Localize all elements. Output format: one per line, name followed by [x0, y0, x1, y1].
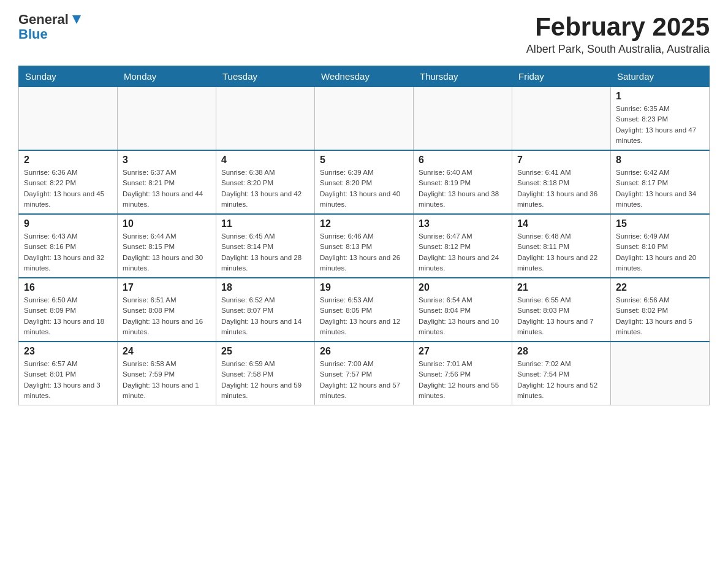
day-info: Sunrise: 6:45 AM Sunset: 8:14 PM Dayligh… [221, 231, 309, 274]
calendar-cell: 22Sunrise: 6:56 AM Sunset: 8:02 PM Dayli… [611, 278, 710, 342]
day-info: Sunrise: 6:56 AM Sunset: 8:02 PM Dayligh… [616, 295, 704, 337]
calendar-cell: 11Sunrise: 6:45 AM Sunset: 8:14 PM Dayli… [216, 214, 315, 278]
day-number: 11 [221, 218, 309, 229]
calendar-cell [315, 87, 414, 151]
day-number: 19 [320, 282, 408, 293]
day-info: Sunrise: 6:46 AM Sunset: 8:13 PM Dayligh… [320, 231, 408, 274]
day-number: 1 [616, 91, 704, 102]
day-info: Sunrise: 6:49 AM Sunset: 8:10 PM Dayligh… [616, 231, 704, 274]
calendar-cell: 10Sunrise: 6:44 AM Sunset: 8:15 PM Dayli… [118, 214, 216, 278]
calendar-cell [118, 87, 216, 151]
day-info: Sunrise: 6:58 AM Sunset: 7:59 PM Dayligh… [123, 359, 211, 401]
calendar-cell: 19Sunrise: 6:53 AM Sunset: 8:05 PM Dayli… [315, 278, 414, 342]
calendar-cell: 16Sunrise: 6:50 AM Sunset: 8:09 PM Dayli… [19, 278, 118, 342]
day-number: 17 [123, 282, 211, 293]
day-info: Sunrise: 6:36 AM Sunset: 8:22 PM Dayligh… [24, 167, 112, 210]
weekday-header-monday: Monday [118, 66, 216, 87]
calendar-cell: 20Sunrise: 6:54 AM Sunset: 8:04 PM Dayli… [414, 278, 512, 342]
day-info: Sunrise: 6:35 AM Sunset: 8:23 PM Dayligh… [616, 104, 704, 146]
day-number: 15 [616, 218, 704, 229]
calendar-cell: 25Sunrise: 6:59 AM Sunset: 7:58 PM Dayli… [216, 342, 315, 405]
svg-marker-0 [72, 15, 81, 24]
calendar-cell [512, 87, 611, 151]
calendar-cell: 23Sunrise: 6:57 AM Sunset: 8:01 PM Dayli… [19, 342, 118, 405]
calendar-cell [19, 87, 118, 151]
calendar-cell: 9Sunrise: 6:43 AM Sunset: 8:16 PM Daylig… [19, 214, 118, 278]
calendar-cell: 13Sunrise: 6:47 AM Sunset: 8:12 PM Dayli… [414, 214, 512, 278]
weekday-header-tuesday: Tuesday [216, 66, 315, 87]
day-number: 7 [517, 155, 605, 166]
day-info: Sunrise: 6:44 AM Sunset: 8:15 PM Dayligh… [123, 231, 211, 274]
calendar-cell: 3Sunrise: 6:37 AM Sunset: 8:21 PM Daylig… [118, 150, 216, 214]
calendar-cell: 6Sunrise: 6:40 AM Sunset: 8:19 PM Daylig… [414, 150, 512, 214]
day-info: Sunrise: 6:48 AM Sunset: 8:11 PM Dayligh… [517, 231, 605, 274]
day-info: Sunrise: 6:51 AM Sunset: 8:08 PM Dayligh… [123, 295, 211, 337]
day-number: 6 [419, 155, 507, 166]
calendar-cell: 15Sunrise: 6:49 AM Sunset: 8:10 PM Dayli… [611, 214, 710, 278]
calendar-week-row: 23Sunrise: 6:57 AM Sunset: 8:01 PM Dayli… [19, 342, 710, 405]
day-info: Sunrise: 6:41 AM Sunset: 8:18 PM Dayligh… [517, 167, 605, 210]
logo-blue: Blue [18, 27, 83, 42]
calendar-cell: 24Sunrise: 6:58 AM Sunset: 7:59 PM Dayli… [118, 342, 216, 405]
calendar-cell: 21Sunrise: 6:55 AM Sunset: 8:03 PM Dayli… [512, 278, 611, 342]
calendar-cell [414, 87, 512, 151]
calendar-cell: 27Sunrise: 7:01 AM Sunset: 7:56 PM Dayli… [414, 342, 512, 405]
page-header: General Blue February 2025 Albert Park, … [18, 12, 710, 56]
day-number: 8 [616, 155, 704, 166]
day-info: Sunrise: 6:39 AM Sunset: 8:20 PM Dayligh… [320, 167, 408, 210]
day-info: Sunrise: 6:42 AM Sunset: 8:17 PM Dayligh… [616, 167, 704, 210]
day-info: Sunrise: 7:00 AM Sunset: 7:57 PM Dayligh… [320, 359, 408, 401]
logo-triangle-icon [70, 13, 83, 26]
day-info: Sunrise: 6:54 AM Sunset: 8:04 PM Dayligh… [419, 295, 507, 337]
calendar-cell: 12Sunrise: 6:46 AM Sunset: 8:13 PM Dayli… [315, 214, 414, 278]
logo-general: General [18, 12, 69, 27]
calendar-week-row: 1Sunrise: 6:35 AM Sunset: 8:23 PM Daylig… [19, 87, 710, 151]
day-info: Sunrise: 6:57 AM Sunset: 8:01 PM Dayligh… [24, 359, 112, 401]
calendar-cell: 8Sunrise: 6:42 AM Sunset: 8:17 PM Daylig… [611, 150, 710, 214]
month-title: February 2025 [526, 12, 710, 42]
day-info: Sunrise: 6:52 AM Sunset: 8:07 PM Dayligh… [221, 295, 309, 337]
calendar-cell: 26Sunrise: 7:00 AM Sunset: 7:57 PM Dayli… [315, 342, 414, 405]
day-number: 12 [320, 218, 408, 229]
day-number: 3 [123, 155, 211, 166]
day-number: 22 [616, 282, 704, 293]
calendar-cell [611, 342, 710, 405]
day-info: Sunrise: 6:43 AM Sunset: 8:16 PM Dayligh… [24, 231, 112, 274]
day-info: Sunrise: 7:02 AM Sunset: 7:54 PM Dayligh… [517, 359, 605, 401]
day-number: 10 [123, 218, 211, 229]
day-number: 24 [123, 346, 211, 357]
location-title: Albert Park, South Australia, Australia [526, 43, 710, 56]
day-info: Sunrise: 6:55 AM Sunset: 8:03 PM Dayligh… [517, 295, 605, 337]
calendar-cell: 28Sunrise: 7:02 AM Sunset: 7:54 PM Dayli… [512, 342, 611, 405]
weekday-header-row: SundayMondayTuesdayWednesdayThursdayFrid… [19, 66, 710, 87]
logo: General Blue [18, 12, 83, 42]
day-number: 18 [221, 282, 309, 293]
calendar-cell: 2Sunrise: 6:36 AM Sunset: 8:22 PM Daylig… [19, 150, 118, 214]
weekday-header-wednesday: Wednesday [315, 66, 414, 87]
day-number: 23 [24, 346, 112, 357]
day-number: 21 [517, 282, 605, 293]
title-section: February 2025 Albert Park, South Austral… [526, 12, 710, 56]
calendar-table: SundayMondayTuesdayWednesdayThursdayFrid… [18, 66, 710, 405]
day-info: Sunrise: 6:53 AM Sunset: 8:05 PM Dayligh… [320, 295, 408, 337]
day-info: Sunrise: 6:59 AM Sunset: 7:58 PM Dayligh… [221, 359, 309, 401]
day-number: 4 [221, 155, 309, 166]
day-number: 27 [419, 346, 507, 357]
day-info: Sunrise: 6:47 AM Sunset: 8:12 PM Dayligh… [419, 231, 507, 274]
day-number: 25 [221, 346, 309, 357]
day-info: Sunrise: 6:37 AM Sunset: 8:21 PM Dayligh… [123, 167, 211, 210]
calendar-cell: 1Sunrise: 6:35 AM Sunset: 8:23 PM Daylig… [611, 87, 710, 151]
calendar-cell: 14Sunrise: 6:48 AM Sunset: 8:11 PM Dayli… [512, 214, 611, 278]
calendar-cell: 17Sunrise: 6:51 AM Sunset: 8:08 PM Dayli… [118, 278, 216, 342]
calendar-week-row: 16Sunrise: 6:50 AM Sunset: 8:09 PM Dayli… [19, 278, 710, 342]
calendar-week-row: 2Sunrise: 6:36 AM Sunset: 8:22 PM Daylig… [19, 150, 710, 214]
day-number: 5 [320, 155, 408, 166]
day-number: 2 [24, 155, 112, 166]
calendar-cell: 4Sunrise: 6:38 AM Sunset: 8:20 PM Daylig… [216, 150, 315, 214]
day-number: 20 [419, 282, 507, 293]
weekday-header-sunday: Sunday [19, 66, 118, 87]
day-info: Sunrise: 6:50 AM Sunset: 8:09 PM Dayligh… [24, 295, 112, 337]
day-info: Sunrise: 7:01 AM Sunset: 7:56 PM Dayligh… [419, 359, 507, 401]
day-number: 28 [517, 346, 605, 357]
day-number: 26 [320, 346, 408, 357]
